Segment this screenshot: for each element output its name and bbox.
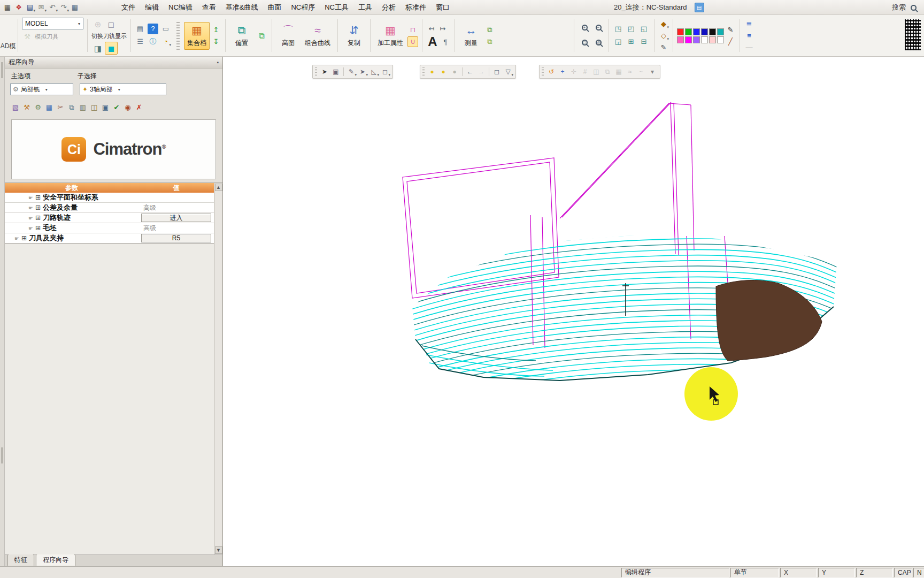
panel-scrollbar[interactable]: ▲ ▼ — [214, 183, 222, 554]
scroll-down-icon[interactable]: ▼ — [215, 546, 222, 554]
parameter-row[interactable]: ☛ ⊞ 刀具及夹持 R5 — [5, 233, 214, 244]
form-panel-icon[interactable]: ▤ ▾ — [135, 24, 145, 34]
export-set-icon[interactable]: ↧ ▾ — [211, 36, 221, 47]
grid-icon[interactable]: ▦ — [44, 102, 55, 112]
text-tool-icon[interactable]: A — [426, 35, 439, 48]
pick-box-icon[interactable]: ▣ ▾ — [330, 66, 341, 77]
panel-tab[interactable]: 特征 — [7, 554, 34, 566]
pin-icon[interactable]: ▪ — [217, 59, 219, 65]
view-split-icon[interactable]: ⊟ — [638, 36, 649, 47]
show-toolpath-icon[interactable]: ◼ ▾ — [105, 42, 118, 55]
filter-icon[interactable]: ▽ ▾ — [503, 66, 513, 77]
palette-color-swatch[interactable] — [685, 36, 692, 43]
more-tools-icon[interactable]: ▾ — [647, 66, 658, 77]
params-icon[interactable]: ⚙ — [33, 102, 43, 112]
select-cursor-icon[interactable]: ➤ ▾ — [319, 66, 330, 77]
parameter-value[interactable]: 高级 — [141, 203, 156, 212]
palette-color-swatch[interactable] — [677, 28, 684, 35]
parameter-row[interactable]: ☛ ⊞ 刀路轨迹 进入 — [5, 213, 214, 223]
layers-icon[interactable]: ▥ — [78, 102, 88, 112]
light-off-icon[interactable]: ● — [449, 66, 460, 77]
expand-icon[interactable]: ⊞ — [35, 204, 41, 211]
strategy-icon[interactable]: ▧ — [10, 102, 21, 112]
window-layout-icon[interactable]: ▤ ▾ — [25, 2, 35, 13]
parameter-row[interactable]: ☛ ⊞ 毛坯 高级 — [5, 223, 214, 233]
palette-color-swatch[interactable] — [709, 36, 716, 43]
palette-color-swatch[interactable] — [693, 28, 700, 35]
collapsed-panel-strip[interactable] — [0, 57, 5, 566]
regenerate-icon[interactable]: ↺ — [546, 66, 557, 77]
main-option-combo[interactable]: ⚙ 局部铣 ▾ — [10, 83, 73, 95]
toolbar-drag-handle[interactable] — [176, 21, 180, 50]
simulate-tool-icon[interactable]: ⚒ ▾ — [22, 31, 33, 42]
grid-snap-icon[interactable]: # — [580, 66, 590, 77]
menu-item[interactable]: 编辑 — [140, 1, 164, 14]
menu-item[interactable]: 曲面 — [263, 1, 286, 14]
notes-icon[interactable]: ▤ — [695, 3, 704, 12]
window-icon[interactable]: ▭ ▾ — [160, 24, 171, 34]
axis-icon[interactable]: + — [557, 66, 568, 77]
menu-item[interactable]: NC程序 — [286, 1, 320, 14]
array-icon[interactable]: ⧉ — [602, 66, 613, 77]
menu-item[interactable]: 基准&曲线 — [221, 1, 263, 14]
composite-curve-button[interactable]: ≈ 组合曲线 — [302, 22, 334, 50]
info-icon[interactable]: ⓘ ▾ — [148, 36, 158, 47]
trim-icon[interactable]: ✂ — [55, 102, 66, 112]
window-select-icon[interactable]: ◻ ▾ — [380, 66, 390, 77]
palette-color-swatch[interactable] — [717, 36, 724, 43]
dimension-chain-icon[interactable]: ↦ — [437, 23, 448, 34]
import-icon[interactable]: ✉ ▾ — [36, 2, 47, 13]
bounding-box-icon[interactable]: ◻ ▾ — [491, 66, 502, 77]
parameter-row[interactable]: ☛ ⊞ 公差及余量 高级 — [5, 203, 214, 213]
line-color-icon[interactable]: ― — [744, 42, 754, 53]
sets-button[interactable]: ▦ 集合档 — [184, 22, 210, 50]
brush-icon[interactable]: ╱ — [725, 36, 736, 47]
menu-item[interactable]: 标准件 — [401, 1, 431, 14]
palette-color-swatch[interactable] — [709, 28, 716, 35]
expand-icon[interactable]: ⊞ — [21, 234, 27, 242]
move-icon[interactable]: ✛ — [568, 66, 579, 77]
parameter-value[interactable]: 进入 — [141, 214, 211, 222]
shade-mode-icon[interactable]: ◇ ▾ — [658, 31, 669, 41]
palette-color-swatch[interactable] — [701, 36, 708, 43]
pattern-icon[interactable]: ▦ — [613, 66, 624, 77]
parameter-row[interactable]: ☛ ⊞ 安全平面和坐标系 — [5, 193, 214, 203]
cad-model-tab[interactable]: AD模 — [0, 16, 16, 55]
menu-item[interactable]: 分析 — [377, 1, 401, 14]
zoom-out-icon[interactable]: − — [592, 21, 605, 34]
line-style-icon[interactable]: ≡ — [744, 31, 754, 41]
apply-icon[interactable]: ✔ — [111, 102, 122, 112]
light-all-icon[interactable]: ● — [427, 66, 437, 77]
help-icon[interactable]: ? ▾ — [148, 24, 158, 34]
menu-item[interactable]: NC工具 — [320, 1, 353, 14]
next-state-icon[interactable]: → — [476, 66, 487, 77]
paragraph-icon[interactable]: ¶ — [440, 36, 451, 47]
toolbar-grip[interactable] — [422, 67, 425, 76]
pocket-attr-icon[interactable]: ⊓ — [407, 25, 418, 35]
sketch-filter-icon[interactable]: ✎ ▾ — [346, 66, 357, 77]
curve-measure-icon[interactable]: ⧉ — [484, 36, 495, 47]
copy-icon[interactable]: ⧉ — [66, 102, 77, 112]
search-icon[interactable] — [911, 5, 917, 11]
expand-icon[interactable]: ⊞ — [35, 194, 41, 201]
toolbar-grip[interactable] — [542, 67, 544, 76]
palette-color-swatch[interactable] — [685, 28, 692, 35]
stock-attr-icon[interactable]: ∪ — [407, 36, 418, 47]
toolpath-display-icon[interactable]: ◨ ▾ — [91, 42, 104, 55]
palette-color-swatch[interactable] — [677, 36, 684, 43]
copy-button[interactable]: ⇵ 复制 — [342, 22, 366, 50]
annotate-icon[interactable]: ✎ ▾ — [658, 42, 669, 53]
zoom-in-icon[interactable]: + — [578, 21, 591, 34]
smooth-icon[interactable]: ≈ — [625, 66, 635, 77]
menu-item[interactable]: 查看 — [197, 1, 221, 14]
workspace-icon[interactable]: ❖ ▾ — [13, 2, 24, 13]
surface-measure-icon[interactable]: ⧉ — [484, 25, 495, 35]
spline-icon[interactable]: ~ — [636, 66, 646, 77]
preview-icon[interactable]: ▣ — [100, 102, 111, 112]
viewport-canvas[interactable] — [223, 57, 924, 566]
sub-selection-combo[interactable]: ✦ 3轴局部 ▾ — [80, 83, 166, 95]
probe-icon[interactable]: ⊕ ▾ — [91, 18, 104, 31]
model-combo[interactable]: MODEL ▾ — [22, 18, 83, 29]
pen-icon[interactable]: ✎ — [725, 25, 736, 35]
parameter-value[interactable]: 高级 — [141, 224, 156, 233]
